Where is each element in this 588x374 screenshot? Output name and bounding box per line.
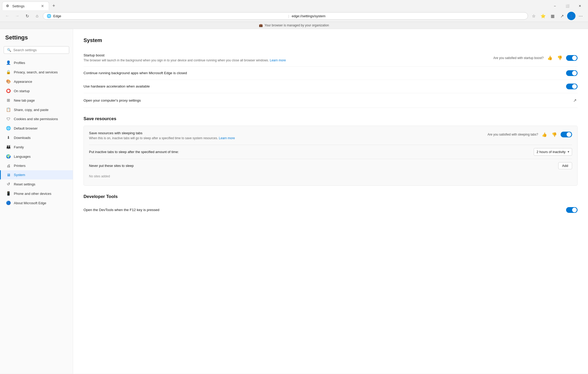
inactivity-dropdown[interactable]: 2 hours of inactivity ▾ <box>534 148 572 156</box>
sidebar-item-label: Phone and other devices <box>14 192 51 196</box>
external-link-icon[interactable]: ↗ <box>572 97 578 104</box>
sidebar-item-phone[interactable]: 📱 Phone and other devices <box>0 189 73 198</box>
sleeping-tabs-desc: When this is on, inactive tabs will go t… <box>89 136 235 141</box>
sidebar-item-share[interactable]: 📋 Share, copy, and paste <box>0 105 73 114</box>
more-button[interactable]: ⋯ <box>577 12 585 20</box>
collections-button[interactable]: ▦ <box>548 12 557 20</box>
phone-icon: 📱 <box>6 191 11 196</box>
hardware-accel-info: Use hardware acceleration when available <box>84 84 562 88</box>
sleeping-tabs-toggle[interactable] <box>561 132 572 137</box>
back-button[interactable]: ← <box>3 12 11 20</box>
sidebar-item-privacy[interactable]: 🔒 Privacy, search, and services <box>0 67 73 77</box>
devtools-label: Open the DevTools when the F12 key is pr… <box>84 208 562 212</box>
sidebar-item-downloads[interactable]: ⬇ Downloads <box>0 133 73 142</box>
sidebar-item-reset[interactable]: ↺ Reset settings <box>0 179 73 189</box>
chevron-down-icon: ▾ <box>568 150 569 154</box>
devtools-info: Open the DevTools when the F12 key is pr… <box>84 208 562 212</box>
read-aloud-button[interactable]: ⭐ <box>539 12 547 20</box>
minimize-button[interactable]: – <box>549 2 561 10</box>
developer-tools-title: Developer Tools <box>84 194 578 199</box>
startup-boost-link[interactable]: Learn more <box>270 59 286 62</box>
add-site-button[interactable]: Add <box>558 162 572 169</box>
system-icon: 🖥 <box>6 173 11 177</box>
forward-button[interactable]: → <box>13 12 21 20</box>
sidebar-item-startup[interactable]: ⭕ On startup <box>0 86 73 96</box>
sidebar-nav: 👤 Profiles 🔒 Privacy, search, and servic… <box>0 58 73 208</box>
proxy-settings-row: Open your computer's proxy settings ↗ <box>84 93 578 108</box>
inactivity-label: Put inactive tabs to sleep after the spe… <box>89 150 530 154</box>
hardware-accel-row: Use hardware acceleration when available <box>84 80 578 93</box>
startup-boost-toggle[interactable] <box>566 55 578 61</box>
sidebar-item-label: Share, copy, and paste <box>14 108 49 112</box>
satisfaction-text: Are you satisfied with startup boost? <box>493 56 544 60</box>
inactivity-dropdown-row: Put inactive tabs to sleep after the spe… <box>89 145 572 159</box>
background-apps-toggle[interactable] <box>566 70 578 76</box>
share-button[interactable]: ↗ <box>558 12 566 20</box>
never-sleep-row: Never put these sites to sleep Add <box>89 159 572 172</box>
address-bar[interactable]: 🌐 Edge | edge://settings/system <box>43 12 528 20</box>
proxy-settings-info: Open your computer's proxy settings <box>84 98 568 102</box>
favorites-button[interactable]: ☆ <box>530 12 538 20</box>
sidebar-item-label: Downloads <box>14 136 31 140</box>
share-icon: 📋 <box>6 107 11 112</box>
sleeping-tabs-title: Save resources with sleeping tabs <box>89 131 235 135</box>
profile-button[interactable]: 👤 <box>567 12 575 20</box>
sidebar-item-system[interactable]: 🖥 System <box>0 170 73 179</box>
thumbs-up-button[interactable]: 👍 <box>546 54 554 61</box>
browser-chrome: ⚙ Settings ✕ + – ⬜ ✕ ← → ↻ ⌂ 🌐 Edge | ed… <box>0 0 588 22</box>
briefcase-icon: 💼 <box>259 24 263 27</box>
managed-message: Your browser is managed by your organiza… <box>264 24 329 27</box>
search-input[interactable] <box>13 48 66 52</box>
thumbs-down-button[interactable]: 👎 <box>556 54 563 61</box>
sidebar-item-profiles[interactable]: 👤 Profiles <box>0 58 73 67</box>
sleeping-thumbs-up[interactable]: 👍 <box>541 131 548 138</box>
managed-bar: 💼 Your browser is managed by your organi… <box>0 22 588 29</box>
sidebar-title: Settings <box>0 34 73 46</box>
sidebar-item-about[interactable]: 🔵 About Microsoft Edge <box>0 198 73 208</box>
proxy-settings-label: Open your computer's proxy settings <box>84 98 568 102</box>
sleeping-thumbs-down[interactable]: 👎 <box>551 131 558 138</box>
devtools-toggle[interactable] <box>566 207 578 213</box>
title-bar: ⚙ Settings ✕ + – ⬜ ✕ <box>0 0 588 10</box>
never-sleep-label: Never put these sites to sleep <box>89 164 554 168</box>
address-path: edge://settings/system <box>292 14 524 18</box>
background-apps-info: Continue running background apps when Mi… <box>84 71 562 75</box>
developer-tools-section: Developer Tools Open the DevTools when t… <box>84 194 578 217</box>
sleeping-tabs-link[interactable]: Learn more <box>219 136 235 140</box>
sidebar-item-appearance[interactable]: 🎨 Appearance <box>0 77 73 86</box>
devtools-row: Open the DevTools when the F12 key is pr… <box>84 203 578 217</box>
search-icon: 🔍 <box>7 48 11 52</box>
home-button[interactable]: ⌂ <box>33 12 41 20</box>
proxy-settings-actions: ↗ <box>572 97 578 104</box>
hardware-accel-label: Use hardware acceleration when available <box>84 84 562 88</box>
search-box[interactable]: 🔍 <box>4 46 69 54</box>
window-controls: – ⬜ ✕ <box>549 2 586 10</box>
sidebar-item-label: Profiles <box>14 61 25 65</box>
sidebar-item-label: About Microsoft Edge <box>14 201 46 205</box>
toolbar-actions: ☆ ⭐ ▦ ↗ 👤 ⋯ <box>530 12 585 20</box>
sidebar-item-label: New tab page <box>14 98 35 102</box>
sidebar: Settings 🔍 👤 Profiles 🔒 Privacy, search,… <box>0 29 73 374</box>
sidebar-item-languages[interactable]: 🌍 Languages <box>0 152 73 161</box>
downloads-icon: ⬇ <box>6 135 11 140</box>
background-apps-actions <box>566 70 578 76</box>
active-tab[interactable]: ⚙ Settings ✕ <box>2 2 49 10</box>
maximize-button[interactable]: ⬜ <box>561 2 573 10</box>
sidebar-item-cookies[interactable]: 🛡 Cookies and site permissions <box>0 114 73 124</box>
sidebar-item-printers[interactable]: 🖨 Printers <box>0 161 73 170</box>
sidebar-item-newtab[interactable]: ⊞ New tab page <box>0 96 73 105</box>
hardware-accel-toggle[interactable] <box>566 84 578 89</box>
sleeping-tabs-info: Save resources with sleeping tabs When t… <box>89 131 235 141</box>
close-button[interactable]: ✕ <box>574 2 586 10</box>
page-title: System <box>84 37 578 43</box>
sidebar-item-default-browser[interactable]: 🌐 Default browser <box>0 124 73 133</box>
new-tab-button[interactable]: + <box>50 2 57 10</box>
default-browser-icon: 🌐 <box>6 126 11 131</box>
sidebar-item-family[interactable]: 👪 Family <box>0 142 73 152</box>
startup-boost-info: Startup boost The browser will launch in… <box>84 53 489 63</box>
tab-close-button[interactable]: ✕ <box>40 3 45 9</box>
address-separator: | <box>288 14 289 18</box>
save-resources-title: Save resources <box>84 116 578 121</box>
refresh-button[interactable]: ↻ <box>23 12 31 20</box>
inactivity-value: 2 hours of inactivity <box>537 150 566 154</box>
